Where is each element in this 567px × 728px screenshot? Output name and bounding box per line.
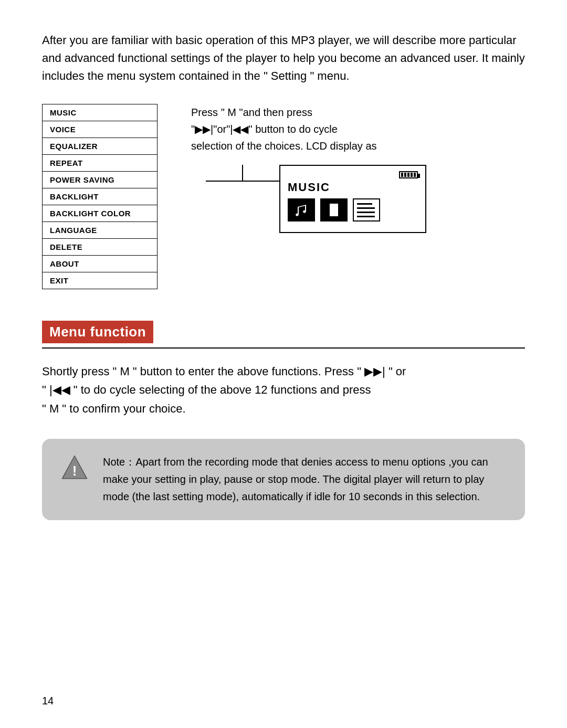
menu-table-cell: MUSIC (43, 104, 158, 121)
note-box: ! Note：Apart from the recording mode tha… (42, 439, 525, 520)
menu-table-row: DELETE (43, 239, 158, 256)
menu-table-row: BACKLIGHT (43, 188, 158, 205)
menu-table-row: BACKLIGHT COLOR (43, 205, 158, 222)
menu-table-row: POWER SAVING (43, 172, 158, 188)
menu-table-row: ABOUT (43, 256, 158, 272)
note-text: Note：Apart from the recording mode that … (103, 453, 506, 505)
instruction-text: Press " M "and then press "▶▶|"or"|◀◀" b… (191, 104, 377, 154)
menu-table-row: EXIT (43, 272, 158, 289)
music-note-icon (288, 198, 315, 221)
menu-table-row: REPEAT (43, 155, 158, 172)
menu-table-cell: POWER SAVING (43, 172, 158, 188)
menu-table-cell: EQUALIZER (43, 138, 158, 155)
menu-table-cell: LANGUAGE (43, 222, 158, 239)
page-number: 14 (42, 695, 54, 707)
rectangle-icon (320, 198, 348, 221)
lcd-icons-row (288, 198, 418, 221)
lcd-display: MUSIC (279, 165, 426, 233)
menu-table-row: VOICE (43, 121, 158, 138)
menu-table-row: MUSIC (43, 104, 158, 121)
menu-table-row: EQUALIZER (43, 138, 158, 155)
svg-rect-0 (330, 204, 338, 216)
menu-table-cell: BACKLIGHT (43, 188, 158, 205)
menu-table: MUSICVOICEEQUALIZERREPEATPOWER SAVINGBAC… (42, 104, 158, 289)
menu-table-row: LANGUAGE (43, 222, 158, 239)
menu-instructions-area: Press " M "and then press "▶▶|"or"|◀◀" b… (174, 104, 426, 289)
menu-function-body: Shortly press " M " button to enter the … (42, 362, 525, 418)
lcd-top-bar (288, 171, 418, 178)
menu-section: MUSICVOICEEQUALIZERREPEATPOWER SAVINGBAC… (42, 104, 525, 289)
menu-table-cell: DELETE (43, 239, 158, 256)
menu-table-cell: EXIT (43, 272, 158, 289)
menu-function-heading: Menu function (42, 321, 153, 343)
menu-instruction-text-block: Press " M "and then press "▶▶|"or"|◀◀" b… (191, 104, 377, 165)
lines-icon (353, 198, 380, 221)
lcd-title: MUSIC (288, 181, 418, 194)
menu-table-cell: VOICE (43, 121, 158, 138)
menu-function-heading-wrapper: Menu function (42, 321, 525, 349)
warning-icon: ! (61, 453, 88, 481)
svg-text:!: ! (72, 463, 77, 479)
menu-table-cell: ABOUT (43, 256, 158, 272)
battery-icon (399, 171, 418, 178)
menu-table-cell: BACKLIGHT COLOR (43, 205, 158, 222)
intro-paragraph: After you are familiar with basic operat… (42, 31, 525, 85)
menu-table-cell: REPEAT (43, 155, 158, 172)
